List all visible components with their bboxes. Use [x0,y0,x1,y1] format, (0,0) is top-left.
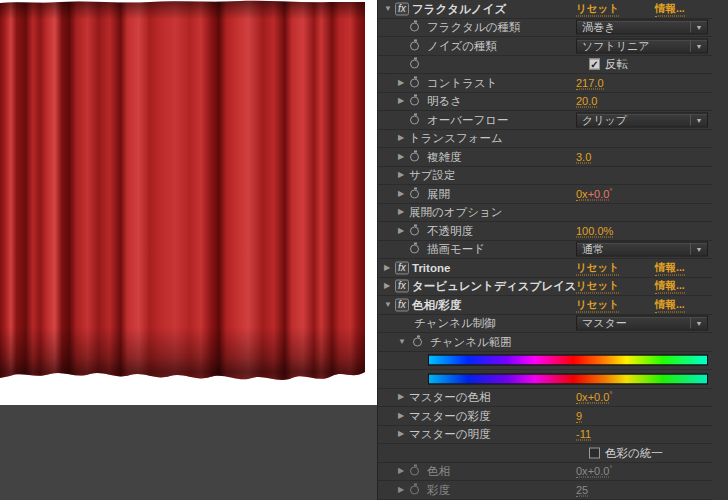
hue-spectrum-bar-top[interactable] [428,355,708,366]
dropdown-value: クリップ [577,112,690,127]
stopwatch-icon[interactable] [410,189,419,198]
property-row-channel-control: チャンネル制御 マスター ▼ [378,315,712,334]
expand-triangle-icon[interactable]: ▶ [398,412,404,420]
fx-badge-icon[interactable]: fx [395,298,409,311]
expand-triangle-icon: ▶ [398,486,404,494]
group-row-evolution-options[interactable]: ▶ 展開のオプション [378,204,712,223]
stopwatch-icon[interactable] [410,226,419,235]
dropdown-value: 通常 [577,242,690,257]
noise-type-dropdown[interactable]: ソフトリニア ▼ [576,38,708,53]
expand-triangle-icon[interactable]: ▶ [398,171,404,179]
opacity-value[interactable]: 100.0% [576,224,613,237]
hue-spectrum-bar-bottom[interactable] [428,373,708,384]
reset-link[interactable]: リセット [576,279,619,294]
expand-triangle-icon: ▶ [398,467,404,475]
chevron-down-icon: ▼ [691,42,707,49]
effect-name: フラクタルノイズ [412,1,506,16]
property-label: 明るさ [427,94,462,109]
stopwatch-icon[interactable] [410,97,419,106]
channel-control-dropdown[interactable]: マスター ▼ [576,316,708,331]
expand-triangle-icon[interactable]: ▶ [398,79,404,87]
expand-triangle-icon[interactable]: ▶ [398,430,404,438]
reset-link[interactable]: リセット [576,1,619,16]
colorize-checkbox[interactable] [589,447,600,458]
expand-triangle-icon[interactable]: ▶ [398,190,404,198]
overflow-dropdown[interactable]: クリップ ▼ [576,112,708,127]
effect-header-tritone[interactable]: ▶ fx Tritone リセット 情報... [378,259,712,278]
blend-mode-dropdown[interactable]: 通常 ▼ [576,242,708,257]
property-row-master-lightness: ▶ マスターの明度 -11 [378,426,712,445]
fractal-type-dropdown[interactable]: 渦巻き ▼ [576,20,708,35]
chevron-down-icon: ▼ [691,24,707,31]
info-link[interactable]: 情報... [655,279,685,294]
property-row-evolution: ▶ 展開 0x+0.0° [378,185,712,204]
effect-name: 色相/彩度 [412,297,461,312]
checkmark-icon: ✓ [590,59,598,69]
complexity-value[interactable]: 3.0 [576,150,591,163]
expand-triangle-icon[interactable]: ▶ [398,208,404,216]
chevron-down-icon: ▼ [691,320,707,327]
stopwatch-icon[interactable] [410,152,419,161]
property-row-master-hue: ▶ マスターの色相 0x+0.0° [378,389,712,408]
collapse-triangle-icon[interactable]: ▶ [384,282,390,290]
property-label: 展開 [427,186,450,201]
contrast-value[interactable]: 217.0 [576,76,604,89]
fx-badge-icon[interactable]: fx [395,280,409,293]
fx-badge-icon[interactable]: fx [395,2,409,15]
colorize-hue-value: 0x+0.0° [576,465,613,478]
property-label: マスターの彩度 [409,408,491,423]
effect-header-hue-saturation[interactable]: ▼ fx 色相/彩度 リセット 情報... [378,296,712,315]
property-label: 不透明度 [427,223,473,238]
property-label: マスターの明度 [409,427,491,442]
fx-badge-icon[interactable]: fx [395,261,409,274]
property-label: 複雑度 [427,149,462,164]
property-label: 色相 [427,464,450,479]
property-row-fractal-type: フラクタルの種類 渦巻き ▼ [378,19,712,38]
stopwatch-icon[interactable] [410,60,419,69]
collapse-triangle-icon[interactable]: ▼ [384,301,392,309]
property-row-colorize: 色彩の統一 [378,444,712,463]
stopwatch-icon[interactable] [410,78,419,87]
property-row-colorize-hue: ▶ 色相 0x+0.0° [378,463,712,482]
expand-triangle-icon[interactable]: ▶ [398,134,404,142]
stopwatch-icon[interactable] [410,245,419,254]
stopwatch-icon[interactable] [410,41,419,50]
collapse-triangle-icon[interactable]: ▼ [398,338,406,346]
effect-header-fractal-noise[interactable]: ▼ fx フラクタルノイズ リセット 情報... [378,0,712,19]
property-row-complexity: ▶ 複雑度 3.0 [378,148,712,167]
reset-link[interactable]: リセット [576,297,619,312]
group-row-transform[interactable]: ▶ トランスフォーム [378,130,712,149]
master-saturation-value[interactable]: 9 [576,409,582,422]
stopwatch-icon[interactable] [410,115,419,124]
reset-link[interactable]: リセット [576,260,619,275]
expand-triangle-icon[interactable]: ▶ [398,153,404,161]
property-label: コントラスト [427,75,498,90]
stopwatch-icon[interactable] [413,337,422,346]
after-effects-effect-controls-screenshot: ▼ fx フラクタルノイズ リセット 情報... フラクタルの種類 渦巻き ▼ … [0,0,728,500]
expand-triangle-icon[interactable]: ▶ [398,393,404,401]
collapse-triangle-icon[interactable]: ▼ [384,5,392,13]
chevron-down-icon: ▼ [691,116,707,123]
effect-header-turbulent-displace[interactable]: ▶ fx タービュレントディスプレイス リセット 情報... [378,278,712,297]
master-lightness-value[interactable]: -11 [576,428,591,441]
invert-checkbox[interactable]: ✓ [589,59,600,70]
expand-triangle-icon[interactable]: ▶ [398,97,404,105]
expand-triangle-icon[interactable]: ▶ [398,227,404,235]
evolution-value[interactable]: 0x+0.0° [576,187,613,200]
property-row-colorize-saturation: ▶ 彩度 25 [378,481,712,500]
effect-name: Tritone [412,262,450,274]
info-link[interactable]: 情報... [655,260,685,275]
effect-name: タービュレントディスプレイス [412,279,577,294]
dropdown-value: マスター [577,316,690,331]
property-label: チャンネル制御 [414,316,496,331]
effect-controls-panel: ▼ fx フラクタルノイズ リセット 情報... フラクタルの種類 渦巻き ▼ … [377,0,728,500]
collapse-triangle-icon[interactable]: ▶ [384,264,390,272]
property-label: オーバーフロー [427,112,509,127]
property-label: マスターの色相 [409,390,491,405]
info-link[interactable]: 情報... [655,297,685,312]
master-hue-value[interactable]: 0x+0.0° [576,391,613,404]
brightness-value[interactable]: 20.0 [576,95,597,108]
group-row-sub-settings[interactable]: ▶ サブ設定 [378,167,712,186]
info-link[interactable]: 情報... [655,1,685,16]
stopwatch-icon[interactable] [410,23,419,32]
